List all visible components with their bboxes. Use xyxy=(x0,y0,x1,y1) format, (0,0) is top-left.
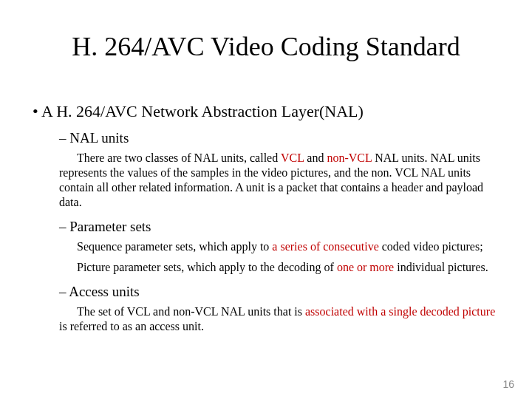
highlight-vcl: VCL xyxy=(281,151,304,164)
text: and xyxy=(304,151,327,164)
highlight-non-vcl: non-VCL xyxy=(327,151,372,164)
para-parameter-sets-1: Sequence parameter sets, which apply to … xyxy=(59,239,505,254)
text: There are two classes of NAL units, call… xyxy=(77,151,281,164)
text: Sequence parameter sets, which apply to xyxy=(77,240,272,253)
para-parameter-sets-2: Picture parameter sets, which apply to t… xyxy=(59,260,505,275)
text: Picture parameter sets, which apply to t… xyxy=(77,261,337,273)
bullet-level1: A H. 264/AVC Network Abstraction Layer(N… xyxy=(33,102,505,121)
text: The set of VCL and non-VCL NAL units tha… xyxy=(77,305,305,318)
para-access-units: The set of VCL and non-VCL NAL units tha… xyxy=(59,304,505,334)
bullet-nal-units: NAL units xyxy=(59,130,505,146)
highlight-one-or-more: one or more xyxy=(337,261,394,273)
slide-title: H. 264/AVC Video Coding Standard xyxy=(0,31,532,62)
text: individual pictures. xyxy=(394,261,488,273)
para-nal-units: There are two classes of NAL units, call… xyxy=(59,151,505,210)
slide: H. 264/AVC Video Coding Standard A H. 26… xyxy=(0,0,532,399)
bullet-parameter-sets: Parameter sets xyxy=(59,219,505,235)
text: is referred to as an access unit. xyxy=(59,320,204,332)
slide-body: A H. 264/AVC Network Abstraction Layer(N… xyxy=(33,96,505,340)
highlight-series: a series of consecutive xyxy=(272,240,378,253)
page-number: 16 xyxy=(502,378,514,390)
bullet-access-units: Access units xyxy=(59,284,505,300)
highlight-associated: associated with a single decoded picture xyxy=(305,305,495,318)
text: coded video pictures; xyxy=(379,240,483,253)
